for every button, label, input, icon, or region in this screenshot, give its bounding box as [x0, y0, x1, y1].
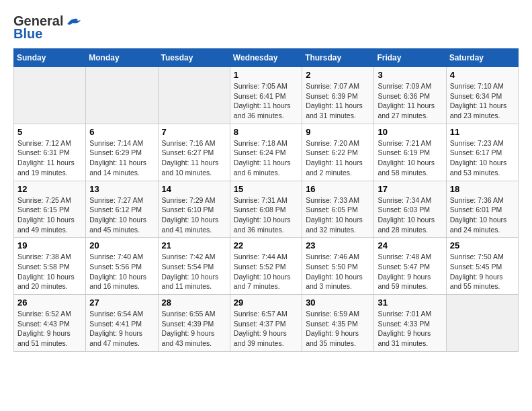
- day-info: Sunrise: 7:48 AM Sunset: 5:47 PM Dayligh…: [378, 252, 442, 291]
- header-day: Tuesday: [158, 49, 230, 67]
- calendar-cell: 14Sunrise: 7:29 AM Sunset: 6:10 PM Dayli…: [158, 181, 230, 238]
- calendar-cell: 1Sunrise: 7:05 AM Sunset: 6:41 PM Daylig…: [230, 67, 302, 124]
- day-number: 24: [378, 240, 442, 250]
- day-info: Sunrise: 7:38 AM Sunset: 5:58 PM Dayligh…: [17, 252, 82, 291]
- calendar-cell: 3Sunrise: 7:09 AM Sunset: 6:36 PM Daylig…: [374, 67, 446, 124]
- calendar-cell: 24Sunrise: 7:48 AM Sunset: 5:47 PM Dayli…: [374, 238, 446, 295]
- calendar-week: 1Sunrise: 7:05 AM Sunset: 6:41 PM Daylig…: [14, 67, 519, 124]
- calendar-cell: 2Sunrise: 7:07 AM Sunset: 6:39 PM Daylig…: [302, 67, 374, 124]
- day-number: 30: [306, 298, 370, 308]
- day-info: Sunrise: 6:59 AM Sunset: 4:35 PM Dayligh…: [306, 309, 370, 349]
- calendar-cell: 7Sunrise: 7:16 AM Sunset: 6:27 PM Daylig…: [158, 124, 230, 181]
- day-info: Sunrise: 7:23 AM Sunset: 6:17 PM Dayligh…: [450, 138, 515, 178]
- calendar-cell: 25Sunrise: 7:50 AM Sunset: 5:45 PM Dayli…: [446, 238, 518, 295]
- calendar-cell: 5Sunrise: 7:12 AM Sunset: 6:31 PM Daylig…: [14, 124, 86, 181]
- calendar-cell: [158, 67, 230, 124]
- calendar-cell: 15Sunrise: 7:31 AM Sunset: 6:08 PM Dayli…: [230, 181, 302, 238]
- day-info: Sunrise: 7:50 AM Sunset: 5:45 PM Dayligh…: [450, 252, 515, 291]
- day-info: Sunrise: 7:16 AM Sunset: 6:27 PM Dayligh…: [162, 138, 226, 178]
- calendar-cell: [86, 67, 158, 124]
- day-number: 26: [17, 298, 82, 308]
- day-number: 28: [162, 298, 226, 308]
- day-number: 9: [306, 127, 370, 137]
- day-info: Sunrise: 6:55 AM Sunset: 4:39 PM Dayligh…: [162, 309, 226, 349]
- header-day: Thursday: [302, 49, 374, 67]
- calendar-header: SundayMondayTuesdayWednesdayThursdayFrid…: [14, 49, 519, 67]
- day-number: 29: [234, 298, 298, 308]
- header-day: Monday: [86, 49, 158, 67]
- calendar-cell: 29Sunrise: 6:57 AM Sunset: 4:37 PM Dayli…: [230, 295, 302, 352]
- day-info: Sunrise: 7:40 AM Sunset: 5:56 PM Dayligh…: [89, 252, 154, 291]
- day-number: 17: [378, 184, 442, 194]
- day-number: 31: [378, 298, 442, 308]
- day-number: 15: [234, 184, 298, 194]
- calendar-cell: 4Sunrise: 7:10 AM Sunset: 6:34 PM Daylig…: [446, 67, 518, 124]
- calendar-cell: 6Sunrise: 7:14 AM Sunset: 6:29 PM Daylig…: [86, 124, 158, 181]
- header-row: SundayMondayTuesdayWednesdayThursdayFrid…: [14, 49, 519, 67]
- day-info: Sunrise: 7:07 AM Sunset: 6:39 PM Dayligh…: [306, 81, 370, 121]
- day-info: Sunrise: 7:29 AM Sunset: 6:10 PM Dayligh…: [162, 195, 226, 235]
- header-day: Saturday: [446, 49, 518, 67]
- logo: General Blue: [13, 13, 83, 42]
- day-number: 1: [234, 70, 298, 80]
- day-info: Sunrise: 7:09 AM Sunset: 6:36 PM Dayligh…: [378, 81, 442, 121]
- day-info: Sunrise: 7:27 AM Sunset: 6:12 PM Dayligh…: [89, 195, 154, 235]
- day-info: Sunrise: 7:10 AM Sunset: 6:34 PM Dayligh…: [450, 81, 515, 121]
- day-info: Sunrise: 7:42 AM Sunset: 5:54 PM Dayligh…: [162, 252, 226, 291]
- calendar-week: 5Sunrise: 7:12 AM Sunset: 6:31 PM Daylig…: [14, 124, 519, 181]
- day-number: 23: [306, 240, 370, 250]
- day-info: Sunrise: 7:12 AM Sunset: 6:31 PM Dayligh…: [17, 138, 82, 178]
- calendar-cell: 11Sunrise: 7:23 AM Sunset: 6:17 PM Dayli…: [446, 124, 518, 181]
- day-info: Sunrise: 6:52 AM Sunset: 4:43 PM Dayligh…: [17, 309, 82, 349]
- day-info: Sunrise: 7:20 AM Sunset: 6:22 PM Dayligh…: [306, 138, 370, 178]
- day-number: 7: [162, 127, 226, 137]
- calendar-cell: 26Sunrise: 6:52 AM Sunset: 4:43 PM Dayli…: [14, 295, 86, 352]
- day-info: Sunrise: 7:36 AM Sunset: 6:01 PM Dayligh…: [450, 195, 515, 235]
- day-number: 21: [162, 240, 226, 250]
- day-info: Sunrise: 7:44 AM Sunset: 5:52 PM Dayligh…: [234, 252, 298, 291]
- day-number: 22: [234, 240, 298, 250]
- calendar-cell: 30Sunrise: 6:59 AM Sunset: 4:35 PM Dayli…: [302, 295, 374, 352]
- calendar-cell: 13Sunrise: 7:27 AM Sunset: 6:12 PM Dayli…: [86, 181, 158, 238]
- calendar-cell: 8Sunrise: 7:18 AM Sunset: 6:24 PM Daylig…: [230, 124, 302, 181]
- calendar-table: SundayMondayTuesdayWednesdayThursdayFrid…: [13, 48, 519, 352]
- day-number: 10: [378, 127, 442, 137]
- day-info: Sunrise: 7:46 AM Sunset: 5:50 PM Dayligh…: [306, 252, 370, 291]
- day-info: Sunrise: 7:25 AM Sunset: 6:15 PM Dayligh…: [17, 195, 82, 235]
- calendar-cell: 16Sunrise: 7:33 AM Sunset: 6:05 PM Dayli…: [302, 181, 374, 238]
- calendar-cell: [446, 295, 518, 352]
- calendar-cell: 9Sunrise: 7:20 AM Sunset: 6:22 PM Daylig…: [302, 124, 374, 181]
- calendar-cell: [14, 67, 86, 124]
- day-number: 18: [450, 184, 515, 194]
- day-number: 6: [89, 127, 154, 137]
- header-day: Wednesday: [230, 49, 302, 67]
- logo-blue: Blue: [13, 26, 42, 42]
- day-number: 16: [306, 184, 370, 194]
- calendar-cell: 21Sunrise: 7:42 AM Sunset: 5:54 PM Dayli…: [158, 238, 230, 295]
- header-day: Sunday: [14, 49, 86, 67]
- calendar-cell: 27Sunrise: 6:54 AM Sunset: 4:41 PM Dayli…: [86, 295, 158, 352]
- day-info: Sunrise: 7:14 AM Sunset: 6:29 PM Dayligh…: [89, 138, 154, 178]
- calendar-week: 26Sunrise: 6:52 AM Sunset: 4:43 PM Dayli…: [14, 295, 519, 352]
- day-info: Sunrise: 6:54 AM Sunset: 4:41 PM Dayligh…: [89, 309, 154, 349]
- day-number: 13: [89, 184, 154, 194]
- calendar-cell: 12Sunrise: 7:25 AM Sunset: 6:15 PM Dayli…: [14, 181, 86, 238]
- calendar-cell: 23Sunrise: 7:46 AM Sunset: 5:50 PM Dayli…: [302, 238, 374, 295]
- calendar-cell: 22Sunrise: 7:44 AM Sunset: 5:52 PM Dayli…: [230, 238, 302, 295]
- calendar-week: 19Sunrise: 7:38 AM Sunset: 5:58 PM Dayli…: [14, 238, 519, 295]
- calendar-cell: 28Sunrise: 6:55 AM Sunset: 4:39 PM Dayli…: [158, 295, 230, 352]
- calendar-cell: 18Sunrise: 7:36 AM Sunset: 6:01 PM Dayli…: [446, 181, 518, 238]
- day-number: 2: [306, 70, 370, 80]
- logo-bird-icon: [64, 15, 83, 28]
- day-number: 3: [378, 70, 442, 80]
- calendar-cell: 10Sunrise: 7:21 AM Sunset: 6:19 PM Dayli…: [374, 124, 446, 181]
- day-info: Sunrise: 7:18 AM Sunset: 6:24 PM Dayligh…: [234, 138, 298, 178]
- day-number: 25: [450, 240, 515, 250]
- calendar-cell: 31Sunrise: 7:01 AM Sunset: 4:33 PM Dayli…: [374, 295, 446, 352]
- day-number: 12: [17, 184, 82, 194]
- day-info: Sunrise: 6:57 AM Sunset: 4:37 PM Dayligh…: [234, 309, 298, 349]
- calendar-week: 12Sunrise: 7:25 AM Sunset: 6:15 PM Dayli…: [14, 181, 519, 238]
- page-header: General Blue: [13, 13, 519, 42]
- calendar-body: 1Sunrise: 7:05 AM Sunset: 6:41 PM Daylig…: [14, 67, 519, 352]
- day-number: 19: [17, 240, 82, 250]
